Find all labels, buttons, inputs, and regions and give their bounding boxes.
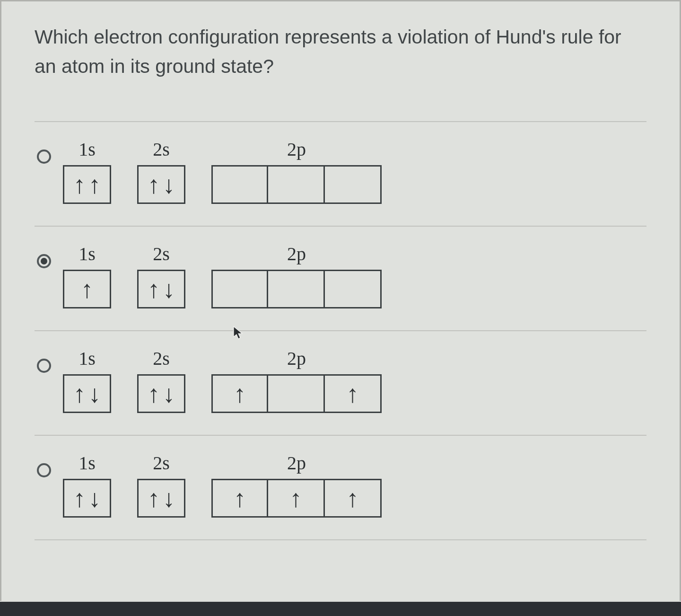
arrow-up-icon: ↑ — [234, 381, 246, 406]
orbital-diagram: 1s ↑ ↑ 2s ↑ ↓ — [63, 138, 382, 204]
answer-option[interactable]: 1s ↑ 2s ↑ ↓ — [35, 226, 646, 330]
orbital-diagram: 1s ↑ 2s ↑ ↓ — [63, 243, 382, 308]
arrow-up-icon: ↑ — [73, 381, 86, 406]
orbital-boxes: ↑ ↓ — [137, 374, 185, 413]
arrow-down-icon: ↓ — [163, 381, 175, 406]
orbital-boxes: ↑ ↑ — [63, 165, 111, 204]
arrow-down-icon: ↓ — [163, 172, 175, 197]
arrow-up-icon: ↑ — [81, 277, 93, 301]
orbital-box: ↑ — [268, 479, 325, 518]
orbital-group-1s: 1s ↑ ↑ — [63, 138, 111, 204]
orbital-boxes: ↑ ↑ ↑ — [211, 479, 382, 518]
orbital-boxes: ↑ ↓ — [137, 479, 185, 518]
orbital-group-1s: 1s ↑ ↓ — [63, 452, 111, 518]
arrow-up-icon: ↑ — [290, 486, 302, 510]
orbital-box: ↑ ↓ — [63, 479, 111, 518]
arrow-up-icon: ↑ — [73, 172, 86, 197]
orbital-label: 2s — [153, 347, 170, 370]
orbital-boxes: ↑ — [63, 270, 111, 308]
orbital-box — [268, 270, 325, 308]
orbital-box: ↑ — [211, 479, 268, 518]
orbital-boxes: ↑ ↑ — [211, 374, 382, 413]
orbital-box: ↑ — [63, 270, 111, 308]
orbital-label: 2s — [153, 452, 170, 474]
orbital-boxes: ↑ ↓ — [137, 270, 185, 308]
orbital-box — [211, 270, 268, 308]
arrow-down-icon: ↓ — [163, 486, 175, 510]
orbital-box: ↑ — [211, 374, 268, 413]
orbital-box — [325, 165, 382, 204]
orbital-diagram: 1s ↑ ↓ 2s ↑ ↓ — [63, 347, 382, 413]
orbital-boxes — [211, 270, 382, 308]
arrow-up-icon: ↑ — [73, 486, 86, 510]
orbital-boxes — [211, 165, 382, 204]
radio-button[interactable] — [37, 150, 51, 164]
orbital-group-2s: 2s ↑ ↓ — [137, 138, 185, 204]
orbital-label: 2p — [287, 452, 306, 474]
orbital-boxes: ↑ ↓ — [63, 374, 111, 413]
orbital-label: 2s — [153, 243, 170, 265]
arrow-up-icon: ↑ — [347, 381, 359, 406]
orbital-group-2p: 2p — [211, 243, 382, 308]
arrow-up-icon: ↑ — [148, 381, 160, 406]
orbital-group-2p: 2p ↑ ↑ ↑ — [211, 452, 382, 518]
radio-button[interactable] — [37, 254, 51, 268]
arrow-down-icon: ↓ — [88, 381, 101, 406]
arrow-up-icon: ↑ — [234, 486, 246, 510]
question-card: Which electron configuration represents … — [0, 0, 681, 601]
orbital-diagram: 1s ↑ ↓ 2s ↑ ↓ — [63, 452, 382, 518]
orbital-boxes: ↑ ↓ — [63, 479, 111, 518]
orbital-box — [325, 270, 382, 308]
orbital-group-2p: 2p ↑ ↑ — [211, 347, 382, 413]
arrow-down-icon: ↓ — [88, 486, 101, 510]
radio-button[interactable] — [37, 463, 51, 477]
orbital-group-2s: 2s ↑ ↓ — [137, 243, 185, 308]
arrow-up-icon: ↑ — [88, 172, 101, 197]
orbital-boxes: ↑ ↓ — [137, 165, 185, 204]
orbital-box — [268, 165, 325, 204]
orbital-box: ↑ ↓ — [137, 479, 185, 518]
orbital-group-2s: 2s ↑ ↓ — [137, 452, 185, 518]
answer-options: 1s ↑ ↑ 2s ↑ ↓ — [35, 121, 646, 540]
radio-wrap — [35, 254, 53, 268]
orbital-box: ↑ ↑ — [63, 165, 111, 204]
radio-button[interactable] — [37, 359, 51, 373]
orbital-group-1s: 1s ↑ ↓ — [63, 347, 111, 413]
orbital-group-2p: 2p — [211, 138, 382, 204]
orbital-box — [211, 165, 268, 204]
orbital-label: 2p — [287, 347, 306, 370]
orbital-label: 1s — [79, 347, 96, 370]
answer-option[interactable]: 1s ↑ ↑ 2s ↑ ↓ — [35, 121, 646, 226]
orbital-box: ↑ ↓ — [137, 165, 185, 204]
orbital-label: 1s — [79, 138, 96, 160]
orbital-box: ↑ — [325, 374, 382, 413]
orbital-label: 2p — [287, 243, 306, 265]
orbital-label: 2s — [153, 138, 170, 160]
answer-option[interactable]: 1s ↑ ↓ 2s ↑ ↓ — [35, 330, 646, 435]
arrow-up-icon: ↑ — [148, 486, 160, 510]
orbital-box — [268, 374, 325, 413]
orbital-label: 1s — [79, 243, 96, 265]
orbital-label: 1s — [79, 452, 96, 474]
orbital-label: 2p — [287, 138, 306, 160]
radio-wrap — [35, 150, 53, 164]
arrow-down-icon: ↓ — [163, 277, 175, 301]
question-prompt: Which electron configuration represents … — [35, 23, 646, 81]
arrow-up-icon: ↑ — [347, 486, 359, 510]
arrow-up-icon: ↑ — [148, 172, 160, 197]
answer-option[interactable]: 1s ↑ ↓ 2s ↑ ↓ — [35, 435, 646, 540]
arrow-up-icon: ↑ — [148, 277, 160, 301]
orbital-box: ↑ — [325, 479, 382, 518]
orbital-group-1s: 1s ↑ — [63, 243, 111, 308]
orbital-box: ↑ ↓ — [137, 374, 185, 413]
radio-wrap — [35, 463, 53, 477]
orbital-box: ↑ ↓ — [63, 374, 111, 413]
orbital-box: ↑ ↓ — [137, 270, 185, 308]
bottom-bar — [0, 602, 681, 616]
radio-wrap — [35, 359, 53, 373]
orbital-group-2s: 2s ↑ ↓ — [137, 347, 185, 413]
